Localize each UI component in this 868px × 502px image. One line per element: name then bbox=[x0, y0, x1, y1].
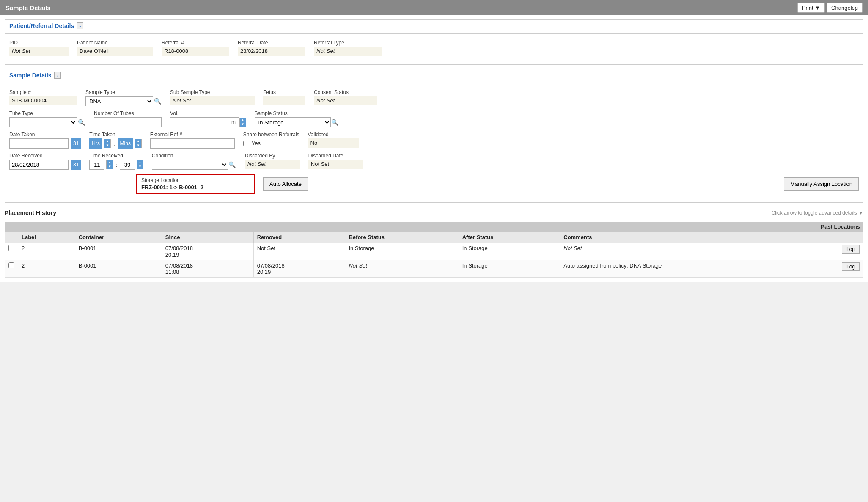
row2-after-status: In Storage bbox=[459, 260, 560, 278]
pid-label: PID bbox=[9, 40, 69, 46]
time-received-hrs-spinner[interactable]: ▲▼ bbox=[106, 160, 113, 169]
row1-comments: Not Set bbox=[560, 243, 838, 260]
row1-log-button[interactable]: Log bbox=[842, 245, 860, 254]
placement-header: Placement History Click arrow to toggle … bbox=[5, 207, 863, 219]
condition-field: Condition 🔍 bbox=[152, 153, 236, 170]
condition-input-group: 🔍 bbox=[152, 160, 236, 170]
manually-assign-button[interactable]: Manually Assign Location bbox=[784, 177, 859, 191]
patient-name-value: Dave O'Neil bbox=[77, 47, 153, 56]
share-referrals-field: Share between Referrals Yes bbox=[243, 132, 299, 146]
vol-input[interactable] bbox=[170, 117, 229, 127]
vol-label: Vol. bbox=[170, 110, 246, 116]
table-header-row: Label Container Since Removed Before Sta… bbox=[5, 232, 863, 243]
num-tubes-input[interactable] bbox=[94, 117, 162, 127]
sample-type-search-icon[interactable]: 🔍 bbox=[153, 96, 162, 106]
fetus-label: Fetus bbox=[263, 89, 305, 95]
placement-toggle-link[interactable]: Click arrow to toggle advanced details ▼ bbox=[772, 210, 863, 216]
time-taken-group: Hrs ▲▼ : Mins ▲▼ bbox=[89, 138, 141, 149]
time-taken-label: Time Taken bbox=[89, 132, 141, 138]
sample-section-body: Sample # S18-MO-0004 Sample Type DNA RNA… bbox=[5, 85, 863, 202]
storage-location-label: Storage Location bbox=[141, 177, 250, 183]
pid-field: PID Not Set bbox=[9, 40, 69, 56]
fetus-value bbox=[263, 96, 305, 105]
sample-section-title: Sample Details bbox=[9, 72, 52, 79]
tube-type-select[interactable] bbox=[9, 117, 77, 127]
changelog-button[interactable]: Changelog bbox=[827, 3, 863, 13]
sample-type-select[interactable]: DNA RNA Other bbox=[85, 96, 153, 106]
date-received-input[interactable] bbox=[9, 160, 69, 170]
tube-type-input-group: 🔍 bbox=[9, 117, 85, 127]
share-referrals-yes-label: Yes bbox=[252, 140, 261, 146]
auto-allocate-button[interactable]: Auto Allocate bbox=[263, 177, 308, 191]
col-checkbox bbox=[5, 232, 18, 243]
row1-label: 2 bbox=[18, 243, 75, 260]
referral-date-field: Referral Date 28/02/2018 bbox=[238, 40, 305, 56]
vol-input-group: ml ▲ ▼ bbox=[170, 117, 246, 127]
sample-type-label: Sample Type bbox=[85, 89, 162, 95]
date-received-calendar-icon[interactable]: 31 bbox=[71, 160, 81, 170]
referral-num-label: Referral # bbox=[162, 40, 229, 46]
date-taken-label: Date Taken bbox=[9, 132, 81, 138]
row1-after-status: In Storage bbox=[459, 243, 560, 260]
referral-type-label: Referral Type bbox=[314, 40, 382, 46]
sample-num-field: Sample # S18-MO-0004 bbox=[9, 89, 77, 105]
sample-status-field: Sample Status In Storage Active Discarde… bbox=[255, 110, 859, 127]
validated-field: Validated No bbox=[308, 132, 359, 148]
time-taken-hrs-spinner[interactable]: ▲▼ bbox=[104, 139, 111, 148]
row1-container: B-0001 bbox=[75, 243, 162, 260]
row1-checkbox[interactable] bbox=[8, 245, 14, 251]
date-taken-calendar-icon[interactable]: 31 bbox=[71, 138, 81, 149]
sample-collapse-btn[interactable]: - bbox=[54, 72, 61, 79]
sub-sample-type-field: Sub Sample Type Not Set bbox=[170, 89, 255, 105]
row1-removed: Not Set bbox=[253, 243, 345, 260]
patient-section-title: Patient/Referral Details bbox=[9, 22, 74, 29]
row1-action-cell: Log bbox=[838, 243, 863, 260]
sample-status-search-icon[interactable]: 🔍 bbox=[331, 117, 339, 127]
discarded-date-value: Not Set bbox=[308, 160, 363, 169]
tube-type-field: Tube Type 🔍 bbox=[9, 110, 85, 127]
page-title: Sample Details bbox=[5, 4, 51, 11]
share-referrals-checkbox[interactable] bbox=[243, 141, 249, 146]
discarded-date-field: Discarded Date Not Set bbox=[308, 153, 363, 169]
validated-value: No bbox=[308, 138, 359, 148]
sample-row-2: Tube Type 🔍 Number Of Tubes Vol. ml bbox=[9, 110, 859, 127]
placement-title: Placement History bbox=[5, 210, 56, 216]
sample-row-3: Date Taken 31 Time Taken Hrs ▲▼ : Mins ▲… bbox=[9, 132, 859, 149]
row2-log-button[interactable]: Log bbox=[842, 262, 860, 271]
sample-row-5: Storage Location FRZ-0001: 1-> B-0001: 2… bbox=[9, 174, 859, 194]
tube-type-search-icon[interactable]: 🔍 bbox=[77, 117, 85, 127]
discarded-by-label: Discarded By bbox=[245, 153, 300, 159]
past-locations-header: Past Locations bbox=[5, 222, 863, 232]
row2-comments: Auto assigned from policy: DNA Storage bbox=[560, 260, 838, 278]
vol-field: Vol. ml ▲ ▼ bbox=[170, 110, 246, 127]
external-ref-field: External Ref # bbox=[150, 132, 235, 149]
discarded-by-value: Not Set bbox=[245, 160, 300, 169]
sample-num-value: S18-MO-0004 bbox=[9, 96, 77, 105]
sub-sample-type-label: Sub Sample Type bbox=[170, 89, 255, 95]
col-removed: Removed bbox=[253, 232, 345, 243]
time-taken-mins-spinner[interactable]: ▲▼ bbox=[135, 139, 142, 148]
row2-checkbox[interactable] bbox=[8, 262, 14, 268]
print-button[interactable]: Print ▼ bbox=[797, 3, 825, 13]
row1-checkbox-cell bbox=[5, 243, 18, 260]
sample-row-4: Date Received 31 Time Received ▲▼ : ▲▼ bbox=[9, 153, 859, 170]
time-received-mins-spinner[interactable]: ▲▼ bbox=[137, 160, 143, 169]
row2-container: B-0001 bbox=[75, 260, 162, 278]
vol-spinner[interactable]: ▲ ▼ bbox=[239, 118, 246, 127]
date-taken-input-group: 31 bbox=[9, 138, 81, 149]
time-received-mins-input[interactable] bbox=[120, 160, 135, 170]
external-ref-input[interactable] bbox=[150, 138, 235, 149]
sample-status-input-group: In Storage Active Discarded 🔍 bbox=[255, 117, 859, 127]
sample-status-select[interactable]: In Storage Active Discarded bbox=[255, 117, 331, 127]
patient-collapse-btn[interactable]: - bbox=[77, 22, 83, 29]
condition-search-icon[interactable]: 🔍 bbox=[228, 160, 236, 170]
referral-date-label: Referral Date bbox=[238, 40, 305, 46]
referral-date-value: 28/02/2018 bbox=[238, 47, 305, 56]
condition-select[interactable] bbox=[152, 160, 228, 170]
num-tubes-field: Number Of Tubes bbox=[94, 110, 162, 127]
consent-status-label: Consent Status bbox=[314, 89, 377, 95]
time-received-hrs-input[interactable] bbox=[89, 160, 104, 170]
date-taken-input[interactable] bbox=[9, 138, 69, 149]
row2-since: 07/08/201811:08 bbox=[162, 260, 253, 278]
patient-fields-row: PID Not Set Patient Name Dave O'Neil Ref… bbox=[9, 40, 859, 56]
